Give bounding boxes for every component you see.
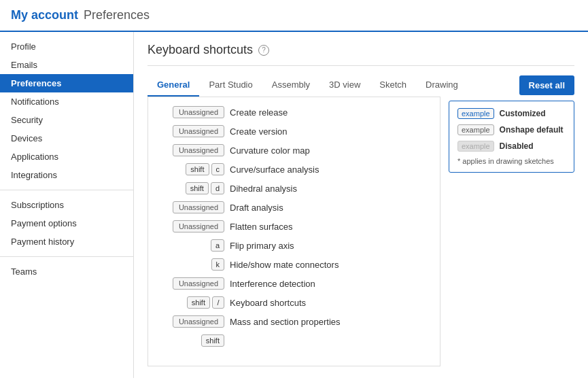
- shortcut-keys: Unassigned: [156, 201, 224, 213]
- shortcut-keys: Unassigned: [156, 144, 224, 156]
- header-preferences-label: Preferences: [84, 8, 150, 22]
- shortcut-keys: shift c: [156, 163, 224, 175]
- legend-row-default: example Onshape default: [457, 124, 566, 135]
- shortcut-row: shift: [148, 331, 440, 350]
- shortcut-keys: shift /: [156, 296, 224, 309]
- shortcut-label: Create version: [230, 126, 288, 137]
- shortcut-keys: Unassigned: [156, 315, 224, 328]
- legend-example-customized: example: [457, 108, 494, 119]
- shortcut-row: shift c Curve/surface analysis: [148, 160, 440, 179]
- shortcut-row: Unassigned Mass and section properties: [148, 312, 440, 331]
- sidebar-item-emails[interactable]: Emails: [0, 56, 133, 74]
- shortcut-row: Unassigned Interference detection: [148, 274, 440, 293]
- unassigned-badge[interactable]: Unassigned: [173, 220, 224, 232]
- shortcut-label: Dihedral analysis: [230, 184, 297, 194]
- tab-sketch[interactable]: Sketch: [370, 74, 416, 97]
- sidebar-item-preferences[interactable]: Preferences: [0, 74, 133, 92]
- sidebar-item-notifications[interactable]: Notifications: [0, 92, 133, 111]
- unassigned-badge[interactable]: Unassigned: [173, 106, 224, 118]
- unassigned-badge[interactable]: Unassigned: [173, 144, 224, 156]
- key-badge-slash[interactable]: /: [212, 296, 224, 309]
- shortcuts-list[interactable]: Unassigned Create release Unassigned Cre…: [148, 97, 440, 366]
- main-content: Keyboard shortcuts ? General Part Studio…: [134, 32, 588, 378]
- shortcut-label: Mass and section properties: [230, 317, 341, 327]
- key-badge-shift[interactable]: shift: [201, 334, 224, 347]
- reset-all-button[interactable]: Reset all: [519, 75, 574, 95]
- shortcut-label: Curve/surface analysis: [230, 165, 319, 175]
- legend-example-default: example: [457, 124, 494, 135]
- key-badge-shift[interactable]: shift: [186, 163, 209, 175]
- page-title: Keyboard shortcuts: [148, 43, 253, 57]
- page-title-row: Keyboard shortcuts ?: [148, 43, 574, 66]
- sidebar-item-devices[interactable]: Devices: [0, 129, 133, 148]
- legend-label-disabled: Disabled: [500, 141, 534, 151]
- shortcut-keys: shift: [156, 334, 224, 347]
- sidebar-divider-1: [0, 190, 133, 190]
- sidebar-item-payment-options[interactable]: Payment options: [0, 214, 133, 232]
- legend-note: * applies in drawing sketches: [457, 157, 566, 165]
- shortcut-row: Unassigned Create release: [148, 103, 440, 122]
- shortcut-label: Flatten surfaces: [230, 222, 293, 232]
- tab-3d-view[interactable]: 3D view: [319, 74, 370, 97]
- shortcut-row: Unassigned Flatten surfaces: [148, 217, 440, 236]
- shortcut-row: Unassigned Draft analysis: [148, 198, 440, 217]
- unassigned-badge[interactable]: Unassigned: [173, 315, 224, 328]
- key-badge-d[interactable]: d: [211, 182, 224, 194]
- legend-label-default: Onshape default: [500, 125, 564, 135]
- legend-panel: example Customized example Onshape defau…: [449, 101, 574, 173]
- shortcut-label: Hide/show mate connectors: [230, 260, 339, 270]
- sidebar-item-applications[interactable]: Applications: [0, 148, 133, 166]
- shortcut-label: Curvature color map: [230, 145, 310, 156]
- legend-row-disabled: example Disabled: [457, 141, 566, 152]
- key-badge-c[interactable]: c: [211, 163, 225, 175]
- shortcut-keys: Unassigned: [156, 277, 224, 290]
- shortcut-keys: a: [156, 239, 224, 252]
- sidebar: Profile Emails Preferences Notifications…: [0, 32, 134, 378]
- layout: Profile Emails Preferences Notifications…: [0, 32, 588, 378]
- shortcut-keys: shift d: [156, 182, 224, 194]
- shortcut-label: Keyboard shortcuts: [230, 298, 306, 308]
- key-badge-k[interactable]: k: [211, 258, 225, 271]
- help-icon[interactable]: ?: [258, 45, 269, 56]
- key-badge-a[interactable]: a: [211, 239, 224, 252]
- tabs-row: General Part Studio Assembly 3D view Ske…: [148, 74, 574, 97]
- sidebar-divider-2: [0, 256, 133, 257]
- sidebar-item-payment-history[interactable]: Payment history: [0, 232, 133, 251]
- shortcut-label: Interference detection: [230, 279, 315, 289]
- tab-drawing[interactable]: Drawing: [416, 74, 468, 97]
- shortcut-row: Unassigned Curvature color map: [148, 141, 440, 160]
- shortcut-keys: Unassigned: [156, 106, 224, 118]
- sidebar-item-security[interactable]: Security: [0, 111, 133, 129]
- key-badge-shift[interactable]: shift: [187, 296, 210, 309]
- legend-example-disabled: example: [457, 141, 494, 152]
- shortcut-row: Unassigned Create version: [148, 122, 440, 141]
- unassigned-badge[interactable]: Unassigned: [173, 277, 224, 290]
- shortcut-row: a Flip primary axis: [148, 236, 440, 255]
- shortcut-keys: Unassigned: [156, 125, 224, 137]
- shortcut-row: k Hide/show mate connectors: [148, 255, 440, 274]
- shortcut-row: shift d Dihedral analysis: [148, 179, 440, 198]
- tab-part-studio[interactable]: Part Studio: [199, 74, 262, 97]
- header: My account Preferences: [0, 0, 588, 32]
- shortcut-keys: k: [156, 258, 224, 271]
- sidebar-item-subscriptions[interactable]: Subscriptions: [0, 196, 133, 214]
- shortcuts-container: Unassigned Create release Unassigned Cre…: [148, 97, 574, 366]
- sidebar-item-profile[interactable]: Profile: [0, 37, 133, 56]
- tab-general[interactable]: General: [148, 74, 199, 97]
- unassigned-badge[interactable]: Unassigned: [173, 201, 224, 213]
- shortcut-label: Create release: [230, 107, 288, 118]
- sidebar-item-integrations[interactable]: Integrations: [0, 166, 133, 184]
- shortcut-label: Flip primary axis: [230, 241, 294, 251]
- key-badge-shift[interactable]: shift: [186, 182, 209, 194]
- shortcut-row: shift / Keyboard shortcuts: [148, 293, 440, 312]
- tab-assembly[interactable]: Assembly: [262, 74, 319, 97]
- shortcut-label: Draft analysis: [230, 203, 283, 213]
- legend-label-customized: Customized: [500, 109, 546, 118]
- header-myaccount[interactable]: My account: [11, 8, 78, 22]
- legend-row-customized: example Customized: [457, 108, 566, 119]
- sidebar-item-teams[interactable]: Teams: [0, 262, 133, 281]
- shortcut-keys: Unassigned: [156, 220, 224, 232]
- unassigned-badge[interactable]: Unassigned: [173, 125, 224, 137]
